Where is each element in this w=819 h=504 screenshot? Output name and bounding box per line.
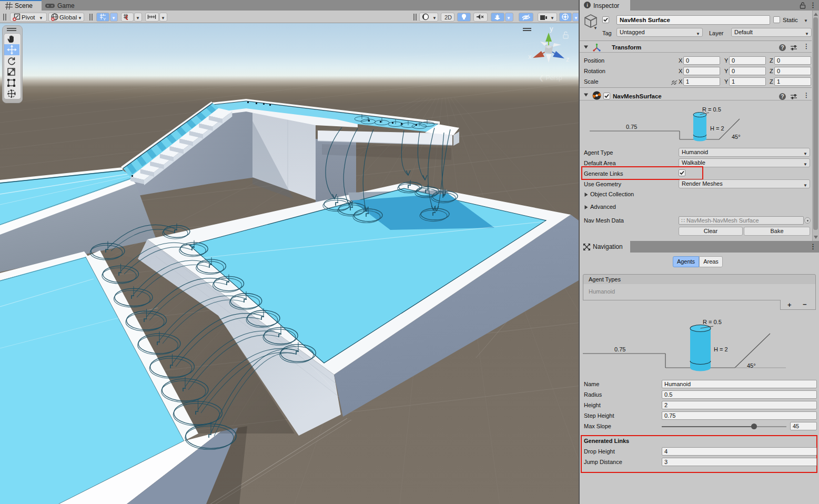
svg-text:H = 2: H = 2 — [714, 346, 728, 352]
svg-text:0.75: 0.75 — [614, 346, 625, 352]
svg-text:0.75: 0.75 — [626, 124, 637, 130]
svg-text:x: x — [528, 53, 532, 61]
svg-text:H = 2: H = 2 — [710, 125, 724, 132]
svg-text:❮ Persp: ❮ Persp — [539, 74, 562, 82]
svg-text:R = 0.5: R = 0.5 — [702, 106, 721, 113]
svg-text:z: z — [566, 55, 570, 63]
svg-text:45°: 45° — [732, 134, 741, 140]
svg-text:Y: Y — [103, 17, 106, 21]
svg-text:45°: 45° — [747, 362, 756, 369]
svg-text:y: y — [550, 25, 553, 33]
svg-text:R = 0.5: R = 0.5 — [703, 319, 722, 325]
